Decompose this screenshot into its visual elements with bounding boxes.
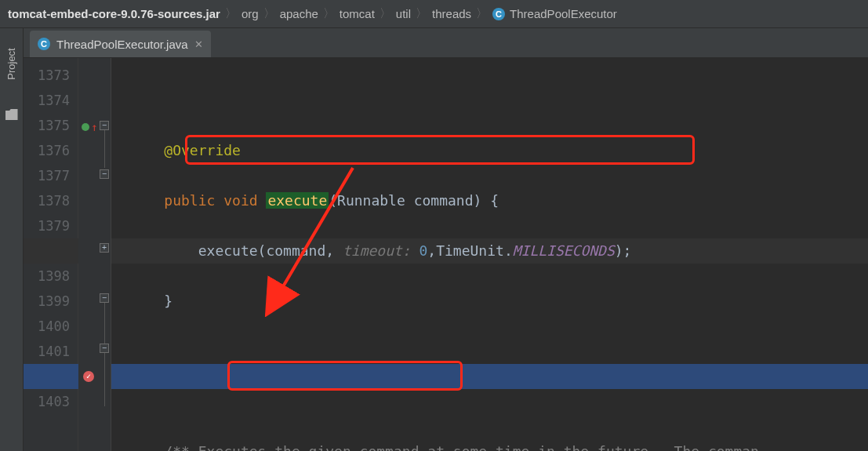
code-text: ); [615, 242, 632, 259]
code-line[interactable] [130, 389, 868, 414]
line-number[interactable]: 1378 [24, 188, 70, 213]
close-icon[interactable]: ✕ [194, 38, 203, 50]
annotation: @Override [164, 142, 241, 158]
fold-expand-icon[interactable]: + [100, 243, 109, 253]
breadcrumb-item[interactable]: tomcat [340, 7, 375, 20]
override-arrow-icon: ↑ [91, 122, 97, 133]
folder-icon[interactable] [5, 109, 18, 120]
javadoc-comment: /** Executes the given command at some t… [164, 443, 759, 451]
breadcrumb-item[interactable]: threads [432, 7, 471, 20]
inlay-hint: timeout: [343, 242, 419, 259]
line-number[interactable]: 1376 [24, 138, 70, 163]
line-number[interactable]: 1398 [24, 264, 70, 289]
editor: C ThreadPoolExecutor.java ✕ 1373 1374 13… [24, 28, 868, 451]
chevron-right-icon: 〉 [318, 6, 340, 21]
line-number[interactable]: 1379 [24, 213, 70, 238]
code-content[interactable]: @Override public void execute(Runnable c… [111, 58, 868, 451]
method-call: execute [198, 242, 258, 259]
chevron-right-icon: 〉 [375, 6, 396, 21]
fold-collapse-icon[interactable]: − [100, 293, 109, 303]
line-number[interactable]: 1377 [24, 163, 70, 188]
editor-tab[interactable]: C ThreadPoolExecutor.java ✕ [30, 31, 211, 57]
breadcrumb-item[interactable]: apache [280, 7, 318, 20]
code-line[interactable]: public void execute(Runnable command) { [130, 188, 868, 213]
code-line[interactable]: } [130, 289, 868, 314]
code-text: (Runnable command) { [329, 192, 499, 209]
chevron-right-icon: 〉 [471, 6, 492, 21]
chevron-right-icon: 〉 [259, 6, 280, 21]
keyword: void [223, 192, 266, 209]
editor-tabbar[interactable]: C ThreadPoolExecutor.java ✕ [24, 28, 868, 58]
line-number[interactable]: 1374 [24, 88, 70, 113]
chevron-right-icon: 〉 [220, 6, 242, 21]
code-line[interactable] [130, 339, 868, 364]
line-number[interactable]: 1373 [24, 63, 70, 88]
class-icon: C [492, 8, 505, 20]
line-number[interactable]: 1375 [24, 113, 70, 138]
code-line[interactable]: execute(command, timeout: 0,TimeUnit.MIL… [130, 238, 868, 264]
class-icon: C [38, 38, 50, 50]
fold-collapse-icon[interactable]: − [100, 169, 109, 179]
override-dot-icon [82, 123, 89, 131]
code-line[interactable]: @Override [130, 138, 868, 163]
code-text: , [325, 242, 343, 259]
code-area[interactable]: 1373 1374 1375 1376 1377 1378 1379 1380 … [24, 58, 868, 451]
breadcrumb-item[interactable]: C ThreadPoolExecutor [492, 7, 617, 20]
breakpoint-marker[interactable] [83, 369, 110, 384]
breadcrumb[interactable]: tomcat-embed-core-9.0.76-sources.jar 〉 o… [0, 0, 868, 28]
fold-collapse-icon[interactable]: − [100, 121, 109, 130]
number-literal: 0 [419, 242, 428, 259]
project-tool-label[interactable]: Project [5, 48, 17, 79]
breadcrumb-item[interactable]: org [242, 7, 259, 20]
code-text: (command [258, 242, 326, 259]
line-number[interactable]: 1403 [24, 389, 70, 414]
line-number[interactable]: 1399 [24, 289, 70, 314]
line-number[interactable]: 1400 [24, 314, 70, 339]
breadcrumb-item[interactable]: util [396, 7, 411, 20]
code-text: ,TimeUnit. [427, 242, 512, 259]
chevron-right-icon: 〉 [411, 6, 432, 21]
breadcrumb-label: ThreadPoolExecutor [510, 7, 617, 20]
breakpoint-icon [83, 371, 94, 382]
line-number[interactable]: 1401 [24, 339, 70, 364]
enum-constant: MILLISECONDS [513, 242, 615, 259]
code-line[interactable] [130, 88, 868, 113]
fold-collapse-icon[interactable]: − [100, 344, 109, 353]
method-name: execute [266, 192, 329, 209]
gutter-icons[interactable]: ↑ − − + − − [78, 58, 111, 451]
code-text: } [164, 293, 173, 309]
keyword: public [164, 192, 223, 209]
breadcrumb-item[interactable]: tomcat-embed-core-9.0.76-sources.jar [8, 7, 220, 20]
tool-window-sidebar[interactable]: Project [0, 28, 24, 451]
tab-label: ThreadPoolExecutor.java [56, 38, 188, 51]
code-line[interactable]: /** Executes the given command at some t… [130, 439, 868, 451]
